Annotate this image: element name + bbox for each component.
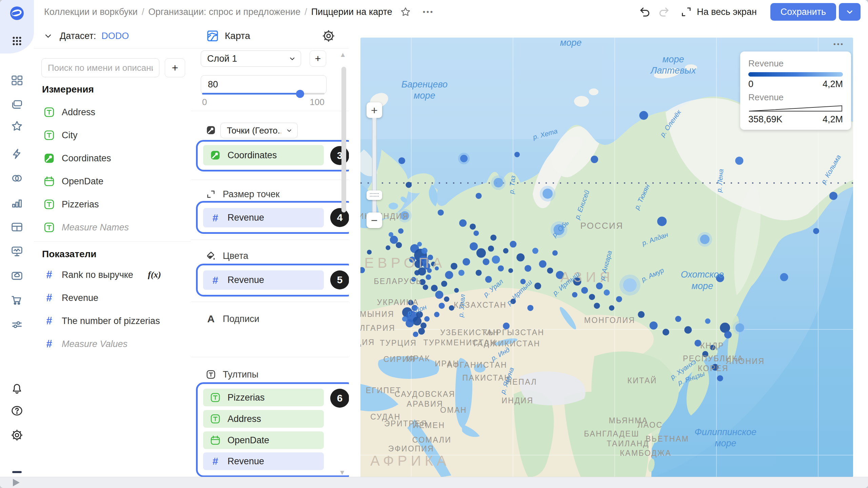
rail-tables-icon[interactable] [9,220,24,235]
geopoints-field-pill[interactable]: Coordinates [203,145,324,165]
text-icon [210,413,221,424]
field-row-address[interactable]: Address [37,101,188,123]
map-area: ЕВРОПААЗИЯАФРИКАРОССИЯМОНГОЛИЯКАЗАХСТАНУ… [349,24,868,477]
geotype-select[interactable]: Точки (Геото... [220,123,298,138]
app-window: Коллекции и воркбуки/Организации: спрос … [0,0,868,488]
chevron-down-icon [289,55,296,62]
rail-notifications-icon[interactable] [9,381,24,396]
labels-icon: A [206,314,216,324]
add-field-button[interactable]: + [165,58,185,77]
legend-size-title: Revenue [748,92,843,103]
redo-icon[interactable] [657,5,671,19]
viz-title: Карта [225,30,250,41]
field-row-rank-по-выручке[interactable]: #Rank по выручкеf(x) [37,264,188,286]
dataset-header: Датасет: DODO [34,24,191,48]
rail-charts-icon[interactable] [9,196,24,210]
breadcrumb-item-0[interactable]: Коллекции и воркбуки [44,7,138,17]
save-options-button[interactable] [839,3,861,21]
search-input[interactable] [41,58,159,77]
rail-collections-icon[interactable] [9,97,24,112]
tooltip-field-pill-revenue[interactable]: #Revenue [203,452,324,470]
breadcrumb-item-2[interactable]: Пиццерии на карте [311,7,392,17]
viz-settings-gear-icon[interactable] [322,29,335,43]
step-badge-5: 5 [330,270,349,289]
rail-storage-icon[interactable] [9,268,24,283]
map-canvas[interactable]: ЕВРОПААЗИЯАФРИКАРОССИЯМОНГОЛИЯКАЗАХСТАНУ… [360,38,853,477]
rail-services-icon[interactable] [9,317,24,332]
breadcrumb-item-1[interactable]: Организации: спрос и предложение [148,7,300,17]
rail-help-icon[interactable] [9,403,24,418]
rail-settings-icon[interactable] [9,428,24,443]
fullscreen-label[interactable]: На весь экран [697,7,757,17]
field-row-the-number-of-pizzerias[interactable]: #The number of pizzerias [37,310,188,332]
colors-title: Цвета [223,251,248,261]
legend-size-min: 358,69K [748,114,783,125]
tooltip-field-pill-address[interactable]: Address [203,410,324,428]
legend-color-max: 4,2M [823,79,843,89]
field-row-coordinates[interactable]: Coordinates [37,147,188,169]
step-badge-4: 4 [330,208,349,227]
number-icon: # [210,455,221,467]
number-icon: # [210,274,221,286]
field-row-opendate[interactable]: OpenDate [37,170,188,192]
rail-dashboards-icon[interactable] [9,73,24,88]
rail-apps-grid-icon[interactable] [9,34,24,48]
rail-datalens-logo-icon[interactable] [9,6,24,21]
opacity-max-label: 100 [310,97,324,107]
save-button[interactable]: Сохранить [770,3,836,21]
field-row-city[interactable]: City [37,124,188,146]
field-label: Measure Names [62,222,129,233]
rail-connections-icon[interactable] [9,171,24,186]
rail-monitoring-icon[interactable] [9,244,24,259]
collapse-rail-handle[interactable] [12,471,22,473]
map-more-icon[interactable]: ••• [833,40,844,48]
zoom-slider-handle[interactable] [367,190,382,200]
left-rail [0,0,34,477]
run-play-icon[interactable] [13,479,20,486]
tooltip-field-pill-opendate[interactable]: OpenDate [203,431,324,449]
field-label: Measure Values [62,339,127,349]
viz-panel-scrollbar[interactable] [341,58,346,472]
breadcrumb-separator: / [304,7,307,17]
field-row-revenue[interactable]: #Revenue [37,287,188,309]
add-layer-button[interactable]: + [310,50,326,67]
field-label: Address [228,414,261,424]
collapse-dataset-icon[interactable] [44,32,52,40]
colors-icon [206,251,216,261]
tooltip-field-pill-pizzerias[interactable]: Pizzerias [203,389,324,406]
breadcrumb-more-icon[interactable]: ••• [423,8,434,16]
zoom-in-button[interactable]: + [367,102,382,118]
dimensions-title: Измерения [42,84,94,95]
legend-color-min: 0 [748,79,753,89]
favorite-star-icon[interactable] [400,6,411,18]
fullscreen-icon[interactable] [679,5,693,19]
layer-select[interactable]: Слой 1 [201,50,301,67]
field-row-measure-values[interactable]: #Measure Values [37,333,188,355]
zoom-out-button[interactable]: − [367,212,382,228]
rail-marketplace-icon[interactable] [9,293,24,308]
number-icon: # [43,315,55,327]
layer-opacity-input[interactable]: 80 [201,75,327,94]
undo-icon[interactable] [638,5,652,19]
map-legend: Revenue 0 4,2M Revenue 358,69K 4,2M [740,52,851,130]
field-label: Revenue [228,275,264,285]
measures-title: Показатели [42,249,97,260]
dataset-name-link[interactable]: DODO [101,31,129,41]
size-field-pill[interactable]: # Revenue [203,208,324,227]
field-row-pizzerias[interactable]: Pizzerias [37,193,188,216]
rail-editor-icon[interactable] [9,146,24,161]
layer-select-value: Слой 1 [207,54,237,64]
date-icon [210,435,221,446]
viz-settings-panel: Карта Слой 1 + ▲ 80 0 100 Точки (Гео [191,24,349,477]
field-row-measure-names[interactable]: Measure Names [37,216,188,239]
top-bar: Коллекции и воркбуки/Организации: спрос … [34,0,868,24]
opacity-slider-thumb[interactable] [296,90,304,98]
date-icon [43,176,55,187]
rail-favorites-icon[interactable] [9,119,24,134]
field-label: Coordinates [62,153,111,164]
opacity-slider[interactable] [202,93,324,95]
bottom-bar [0,477,868,488]
field-label: Pizzerias [62,199,99,210]
step-badge-3: 3 [330,146,349,165]
colors-field-pill[interactable]: # Revenue [203,270,324,290]
